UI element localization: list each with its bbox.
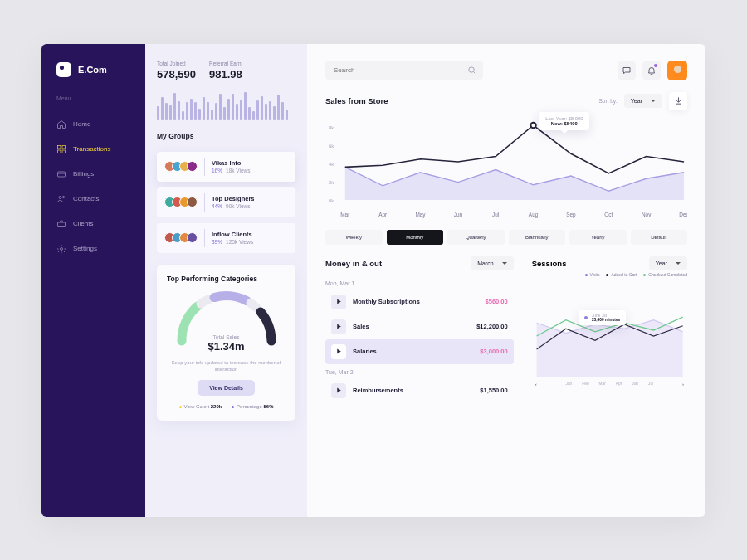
group-views: 90k Views xyxy=(226,203,251,209)
money-filter-dropdown[interactable]: March xyxy=(471,256,513,270)
bottom-row: Money in & out March Mon, Mar 1Monthly S… xyxy=(325,256,687,505)
month-label: Mar xyxy=(599,382,606,387)
svg-point-5 xyxy=(59,196,61,198)
group-pct: 39% xyxy=(212,239,222,245)
svg-rect-7 xyxy=(58,222,66,227)
stat-referral-earn: Referral Earn 981.98 xyxy=(209,61,242,80)
sessions-pane: Sessions Year Visits Added to Cart Check… xyxy=(532,256,687,505)
money-row[interactable]: Reimbursements$1,550.00 xyxy=(325,378,514,403)
sessions-filter-dropdown[interactable]: Year xyxy=(649,256,687,270)
svg-point-25 xyxy=(530,122,535,127)
nav-billings[interactable]: Billings xyxy=(56,169,130,179)
nav-clients[interactable]: Clients xyxy=(56,219,130,229)
day-label: Tue, Mar 2 xyxy=(325,369,514,375)
group-info: Inflow Clients 39%120k Views xyxy=(212,231,253,245)
group-pct: 44% xyxy=(212,203,222,209)
chevron-left-icon[interactable]: ‹ xyxy=(535,382,537,387)
sessions-title: Sessions xyxy=(532,259,567,268)
range-tabs: WeeklyMonthlyQuarterlyBiannuallyYearlyDe… xyxy=(325,230,687,245)
nav-home[interactable]: Home xyxy=(56,119,130,129)
sessions-chart: June 1st 23,400 minutes xyxy=(532,282,687,382)
gear-icon xyxy=(56,244,66,254)
range-tab-monthly[interactable]: Monthly xyxy=(387,230,444,245)
svg-rect-3 xyxy=(62,150,66,153)
month-label: Apr xyxy=(616,382,622,387)
stats-sparkline-chart xyxy=(157,92,295,120)
stat-referral-label: Referral Earn xyxy=(209,61,242,66)
svg-rect-1 xyxy=(62,145,66,149)
nav-billings-label: Billings xyxy=(73,170,94,178)
sales-chart: 8k 6k 4k 2k 0k MarAprMayJunJulAugSepOctN… xyxy=(325,110,687,226)
svg-text:8k: 8k xyxy=(329,124,334,129)
svg-text:Jun: Jun xyxy=(454,211,463,217)
range-tab-yearly[interactable]: Yearly xyxy=(569,230,627,245)
month-label: Jan xyxy=(566,382,573,387)
messages-icon[interactable] xyxy=(618,61,636,80)
nav-settings-label: Settings xyxy=(73,245,97,252)
group-name: Vikas Info xyxy=(212,159,251,167)
download-icon[interactable] xyxy=(669,92,687,110)
sales-sort-dropdown[interactable]: Year xyxy=(624,94,662,108)
nav-settings[interactable]: Settings xyxy=(56,244,130,254)
group-card[interactable]: Inflow Clients 39%120k Views xyxy=(157,223,295,253)
range-tab-quarterly[interactable]: Quarterly xyxy=(447,230,505,245)
range-tab-weekly[interactable]: Weekly xyxy=(325,230,383,245)
bullet-icon xyxy=(584,316,588,319)
money-row[interactable]: Monthly Subscriptions$560.00 xyxy=(325,290,514,314)
group-name: Inflow Clients xyxy=(212,231,253,238)
app-window: E.Com Menu Home Transactions Billings Co… xyxy=(42,44,706,517)
range-tab-default[interactable]: Default xyxy=(631,230,688,245)
svg-point-8 xyxy=(61,247,63,250)
group-card[interactable]: Vikas Info 16%18k Views xyxy=(157,152,295,182)
groups-list: Vikas Info 16%18k Views Top Designers 44… xyxy=(157,152,295,253)
nav-transactions[interactable]: Transactions xyxy=(56,144,130,154)
percentage-label: Percentage xyxy=(237,404,262,409)
sidebar: E.Com Menu Home Transactions Billings Co… xyxy=(42,44,145,517)
view-details-button[interactable]: View Details xyxy=(198,380,255,396)
month-label: Jun xyxy=(632,382,638,387)
stat-joined-value: 578,590 xyxy=(157,68,196,80)
svg-text:6k: 6k xyxy=(329,143,334,148)
briefcase-icon xyxy=(56,219,66,229)
group-avatars xyxy=(164,232,198,243)
month-label: Feb xyxy=(582,382,588,387)
nav-clients-label: Clients xyxy=(73,220,93,227)
svg-point-6 xyxy=(62,196,64,197)
my-groups-title: My Groups xyxy=(157,132,295,140)
tooltip-last-year: Last Year: $8,000 xyxy=(545,116,583,121)
sessions-tooltip: June 1st 23,400 minutes xyxy=(579,310,626,325)
sort-by-label: Sort by: xyxy=(598,98,617,104)
nav: Home Transactions Billings Contacts Clie… xyxy=(56,119,130,254)
sessions-xaxis: ‹ JanFebMarAprJunJul › xyxy=(532,382,687,387)
stats-row: Total Joined 578,590 Referral Earn 981.9… xyxy=(157,61,295,80)
money-row[interactable]: Sales$12,200.00 xyxy=(325,314,514,339)
sales-header: Sales from Store Sort by: Year xyxy=(325,92,687,110)
money-pane: Money in & out March Mon, Mar 1Monthly S… xyxy=(325,256,514,505)
group-name: Top Designers xyxy=(212,195,255,202)
svg-text:2k: 2k xyxy=(329,179,334,184)
nav-transactions-label: Transactions xyxy=(73,145,111,153)
money-name: Salaries xyxy=(353,348,473,355)
user-avatar[interactable] xyxy=(667,61,687,80)
nav-contacts[interactable]: Contacts xyxy=(56,194,130,204)
month-label: Jul xyxy=(648,382,653,387)
search-input[interactable] xyxy=(325,61,483,80)
transaction-icon xyxy=(331,319,346,334)
money-amount: $1,550.00 xyxy=(480,387,507,394)
group-card[interactable]: Top Designers 44%90k Views xyxy=(157,187,295,217)
money-name: Monthly Subscriptions xyxy=(353,298,479,305)
brand-logo-icon xyxy=(56,62,71,77)
tooltip-value: 23,400 minutes xyxy=(592,318,620,322)
money-body: Mon, Mar 1Monthly Subscriptions$560.00Sa… xyxy=(325,275,514,403)
range-tab-biannually[interactable]: Biannually xyxy=(509,230,566,245)
group-info: Top Designers 44%90k Views xyxy=(212,195,255,209)
notifications-icon[interactable] xyxy=(642,61,661,80)
brand-name: E.Com xyxy=(78,65,107,75)
chevron-right-icon[interactable]: › xyxy=(682,382,684,387)
tooltip-now: Now: $8400 xyxy=(545,121,583,126)
group-info: Vikas Info 16%18k Views xyxy=(212,159,251,173)
money-row[interactable]: Salaries$3,000.00 xyxy=(325,339,514,364)
svg-text:0k: 0k xyxy=(329,197,334,202)
group-views: 18k Views xyxy=(226,168,251,173)
money-name: Sales xyxy=(353,323,470,330)
